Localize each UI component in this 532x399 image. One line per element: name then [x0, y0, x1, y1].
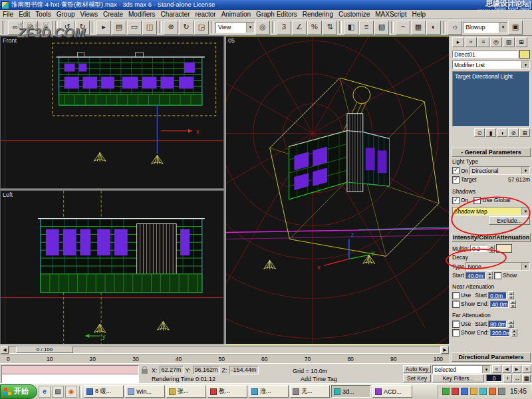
redo-button[interactable]: ↻ — [75, 21, 90, 35]
tab-motion[interactable]: ◎ — [490, 37, 502, 47]
modifier-stack[interactable]: Target Directional Light — [452, 71, 530, 127]
key-filters-button[interactable]: Key Filters... — [432, 374, 484, 382]
chevron-down-icon[interactable]: ▼ — [482, 366, 490, 373]
shadows-on-checkbox[interactable]: ✓ — [452, 197, 460, 204]
reference-coordinate-dropdown[interactable]: View ▼ — [215, 22, 255, 33]
menu-reactor[interactable]: reactor — [193, 11, 219, 18]
select-and-scale-button[interactable]: ◲ — [194, 21, 209, 35]
y-coord-field[interactable]: 96.162m — [193, 366, 220, 374]
spin-down-icon[interactable]: ▼ — [511, 332, 517, 336]
decay-start-field[interactable]: 40.0m — [466, 272, 485, 279]
viewport-left[interactable]: Left — [0, 190, 224, 344]
tray-icon[interactable] — [461, 388, 468, 395]
far-show-checkbox[interactable] — [452, 329, 460, 336]
schematic-view-button[interactable]: ▦ — [411, 21, 426, 35]
task-button-6[interactable]: 无... — [290, 385, 330, 398]
quick-render-button[interactable]: ▣ — [508, 21, 523, 35]
rollout-intensity-color-attenuation[interactable]: Intensity/Color/Attenuation — [452, 233, 531, 242]
decay-show-checkbox[interactable] — [494, 272, 501, 279]
auto-key-button[interactable]: Auto Key — [403, 365, 431, 373]
minimize-button[interactable]: _ — [495, 1, 505, 9]
viewport-light-05[interactable]: 05 — [225, 36, 450, 344]
menu-rendering[interactable]: Rendering — [300, 11, 336, 18]
menu-modifiers[interactable]: Modifiers — [126, 11, 158, 18]
decay-type-dropdown[interactable]: None ▼ — [466, 262, 530, 271]
tray-icon[interactable] — [479, 388, 487, 395]
layer-manager-button[interactable]: ▧ — [374, 21, 389, 35]
shadow-generator-dropdown[interactable]: Shadow Map ▼ — [452, 207, 530, 215]
spin-down-icon[interactable]: ▼ — [489, 249, 495, 253]
go-to-end-button[interactable]: » — [522, 365, 531, 373]
window-crossing-toggle-button[interactable]: ◫ — [142, 21, 157, 35]
task-button-5[interactable]: 淮... — [249, 385, 289, 398]
chevron-down-icon[interactable]: ▼ — [521, 207, 529, 215]
bind-to-spacewarp-button[interactable]: ≈ — [39, 21, 53, 35]
object-color-swatch[interactable] — [519, 50, 530, 59]
tray-icon[interactable] — [470, 388, 477, 395]
rollout-general-parameters[interactable]: - General Parameters — [452, 148, 531, 157]
time-slider-handle[interactable]: 0 / 100 — [16, 346, 73, 353]
menu-edit[interactable]: Edit — [16, 11, 33, 18]
z-coord-field[interactable]: -154.44m — [229, 366, 259, 374]
track-bar[interactable]: 0 10 20 30 40 50 60 70 80 90 100 — [0, 354, 450, 363]
play-button[interactable]: ► — [512, 365, 521, 373]
multiplier-field[interactable]: 0.2 — [470, 245, 487, 252]
time-step-left-button[interactable]: ◄ — [1, 346, 9, 354]
task-button-8[interactable]: ACD... — [372, 385, 412, 398]
tab-modify[interactable]: ≈ — [465, 37, 477, 47]
go-to-start-button[interactable]: « — [492, 365, 501, 373]
task-button-1[interactable]: 8 缓... — [84, 385, 124, 398]
pin-stack-button[interactable]: ⊙ — [474, 128, 485, 137]
previous-frame-button[interactable]: ◄ — [502, 365, 511, 373]
toolbar-handle[interactable] — [2, 21, 6, 34]
use-center-flyout-button[interactable]: ◎ — [255, 21, 270, 35]
viewport-left-label[interactable]: Left — [3, 192, 13, 198]
near-start-spinner[interactable]: ▲ ▼ — [508, 291, 514, 299]
add-time-tag-button[interactable]: Add Time Tag — [301, 376, 337, 382]
select-and-rotate-button[interactable]: ↻ — [179, 21, 194, 35]
close-button[interactable]: × — [521, 1, 531, 9]
set-key-button[interactable]: Set Key — [403, 374, 431, 382]
menu-tools[interactable]: Tools — [33, 11, 53, 18]
chevron-down-icon[interactable]: ▼ — [521, 167, 529, 174]
curve-editor-button[interactable]: ~ — [396, 21, 410, 35]
near-end-field[interactable]: 40.0m — [490, 301, 509, 308]
menu-maxscript[interactable]: MAXScript — [372, 11, 409, 18]
far-start-field[interactable]: 80.0m — [488, 321, 507, 328]
spin-down-icon[interactable]: ▼ — [508, 295, 514, 299]
task-button-2[interactable]: Win... — [125, 385, 165, 398]
start-button[interactable]: 开始 — [0, 384, 37, 399]
chevron-down-icon[interactable]: ▼ — [521, 61, 529, 68]
decay-start-spinner[interactable]: ▲ ▼ — [487, 271, 493, 279]
selection-set-dropdown[interactable]: Selected ▼ — [432, 365, 491, 374]
render-type-dropdown[interactable]: Blowup ▼ — [463, 22, 507, 33]
spinner-snap-button[interactable]: ⇅ — [323, 21, 337, 35]
render-scene-button[interactable]: ☼ — [448, 21, 462, 35]
menu-file[interactable]: File — [0, 11, 16, 18]
light-on-checkbox[interactable]: ✓ — [452, 167, 460, 174]
tray-icon[interactable] — [489, 388, 496, 395]
unlink-selection-button[interactable]: ⊘ — [23, 21, 38, 35]
spin-down-icon[interactable]: ▼ — [510, 304, 516, 308]
align-button[interactable]: ≡ — [359, 21, 374, 35]
light-type-dropdown[interactable]: Directional ▼ — [469, 166, 530, 175]
tab-create[interactable]: ▸ — [452, 37, 464, 47]
targeted-checkbox[interactable]: ✓ — [452, 176, 460, 184]
rollout-directional-parameters[interactable]: Directional Parameters — [452, 352, 531, 362]
light-viewport-canvas[interactable]: x y z — [226, 37, 449, 344]
taskbar-clock[interactable]: 15:45 — [507, 388, 527, 395]
quick-launch-ie-icon[interactable]: e — [39, 386, 51, 398]
selection-lock-icon[interactable] — [142, 369, 148, 374]
near-use-checkbox[interactable] — [452, 292, 460, 299]
mirror-button[interactable]: ◧ — [344, 21, 358, 35]
viewport-front-label[interactable]: Front — [3, 37, 17, 44]
select-object-button[interactable]: ▸ — [96, 21, 111, 35]
modifier-list-dropdown[interactable]: Modifier List ▼ — [452, 61, 530, 69]
tab-hierarchy[interactable]: ≡ — [477, 37, 489, 47]
tray-icon[interactable] — [442, 388, 450, 395]
time-step-right-button[interactable]: ► — [441, 346, 449, 354]
front-viewport-canvas[interactable]: x — [1, 37, 223, 188]
pan-tool-button[interactable]: ↔ — [513, 374, 521, 382]
menu-create[interactable]: Create — [100, 11, 126, 18]
percent-snap-button[interactable]: % — [307, 21, 322, 35]
